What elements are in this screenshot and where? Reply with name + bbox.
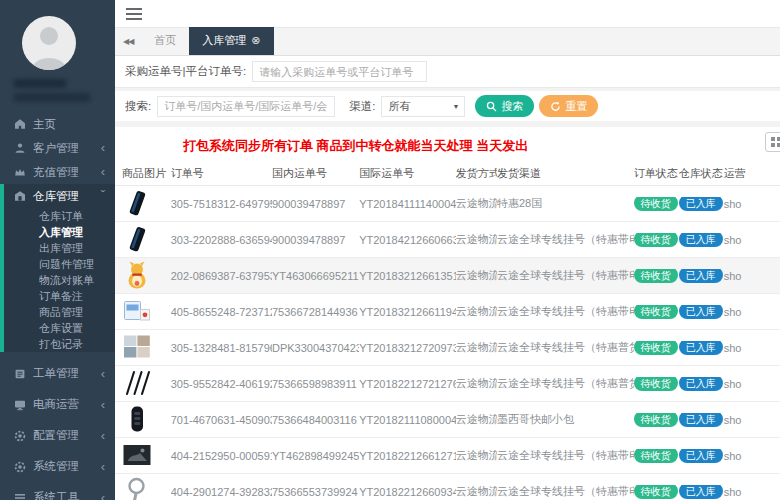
warehouse-status-badge: 已入库 — [679, 269, 723, 283]
domestic-waybill-cell: 900039478897 — [272, 234, 359, 246]
sidebar-subitem[interactable]: 出库管理 — [0, 240, 115, 256]
ship-method-cell: 云途物流 — [456, 232, 497, 247]
sidebar-item-label: 充值管理 — [33, 165, 79, 180]
user-silhouette-icon — [22, 16, 76, 70]
sidebar-menu: 主页客户管理‹充值管理‹仓库管理ˇ仓库订单入库管理出库管理问题件管理物流对账单订… — [0, 112, 115, 500]
chevron-down-icon: ˇ — [101, 191, 105, 201]
sidebar-item-label: 客户管理 — [33, 141, 79, 156]
search-label: 搜索: — [125, 99, 151, 114]
sidebar-subitem[interactable]: 订单备注 — [0, 288, 115, 304]
main-area: ◀◀ 首页入库管理⊗ 采购运单号|平台订单号: 搜索: 渠道: 所有 ▼ 搜索 — [115, 0, 780, 500]
home-icon — [14, 118, 26, 130]
reset-button[interactable]: 重置 — [539, 95, 598, 117]
search-button[interactable]: 搜索 — [475, 95, 534, 117]
sidebar-subitem[interactable]: 物流对账单 — [0, 272, 115, 288]
sidebar-item-8[interactable]: 系统工具‹ — [0, 482, 115, 500]
platform-cell: sho — [724, 450, 780, 462]
dark-photo-product[interactable] — [122, 440, 152, 470]
black-phone-product[interactable] — [122, 224, 152, 254]
refresh-icon — [550, 101, 561, 112]
lucky-cat-product[interactable] — [122, 260, 152, 290]
sidebar-subitem[interactable]: 打包记录 — [0, 336, 115, 352]
sidebar-subitem-active[interactable]: 入库管理 — [0, 224, 115, 240]
sidebar-toggle-icon[interactable] — [126, 8, 142, 20]
system-icon — [14, 461, 26, 473]
channel-select[interactable]: 所有 ▼ — [381, 96, 465, 117]
config-icon — [14, 430, 26, 442]
platform-cell: sho — [724, 306, 780, 318]
intl-waybill-cell: YT2018211108000463 — [359, 414, 456, 426]
sidebar-subitem[interactable]: 仓库设置 — [0, 320, 115, 336]
purchase-waybill-input[interactable] — [252, 61, 427, 82]
column-header-2: 国内运单号 — [272, 166, 359, 181]
sidebar-item-3[interactable]: 仓库管理ˇ — [0, 184, 115, 208]
intl-waybill-cell: YT2018221266127119 — [359, 450, 456, 462]
domestic-waybill-cell: 900039478897 — [272, 198, 359, 210]
order-no-cell: 305-7518312-6497952 — [171, 198, 272, 210]
ship-channel-cell: 云途全球专线挂号（特惠带电） — [497, 268, 634, 283]
table-settings-button[interactable] — [765, 132, 780, 152]
tab-label: 首页 — [154, 34, 176, 46]
sidebar-item-6[interactable]: 配置管理‹ — [0, 420, 115, 451]
sidebar-item-1[interactable]: 客户管理‹ — [0, 136, 115, 160]
sidebar-item-7[interactable]: 系统管理‹ — [0, 451, 115, 482]
photo-collage-product[interactable] — [122, 332, 152, 362]
ship-channel-cell: 特惠28国 — [497, 196, 634, 211]
tab-label: 入库管理 — [202, 33, 246, 48]
warehouse-status-badge: 已入库 — [679, 377, 723, 391]
table-header-row: 商品图片订单号国内运单号国际运单号发货方式发货渠道订单状态仓库状态运营 — [115, 161, 780, 186]
sidebar-item-label: 主页 — [33, 117, 56, 132]
order-status-badge: 待收货 — [634, 269, 678, 283]
sync-notice: 打包系统同步所有订单 商品到中转仓就能当天处理 当天发出 — [183, 137, 780, 155]
channel-select-value: 所有 — [388, 99, 410, 114]
purchase-filter-row: 采购运单号|平台订单号: — [115, 56, 780, 88]
tabs-scroll-left-icon[interactable]: ◀◀ — [115, 37, 141, 46]
warehouse-status-badge: 已入库 — [679, 233, 723, 247]
tab-0[interactable]: 首页 — [141, 27, 189, 55]
sidebar-item-label: 系统工具 — [33, 490, 79, 500]
domestic-waybill-cell: 75366598983911 — [272, 378, 359, 390]
column-header-4: 发货方式 — [456, 166, 497, 181]
search-input[interactable] — [157, 96, 335, 117]
platform-cell: sho — [724, 198, 780, 210]
black-keyfob-product[interactable] — [122, 404, 152, 434]
column-header-7: 仓库状态 — [679, 166, 724, 181]
intl-waybill-cell: YT2018411114000469 — [359, 198, 456, 210]
table-row: 701-4670631-4509033 75366484003116 YT201… — [115, 402, 780, 438]
table-row: 404-2901274-3928327 75366553739924 YT201… — [115, 474, 780, 500]
sidebar-subitem[interactable]: 商品管理 — [0, 304, 115, 320]
black-phone-product[interactable] — [122, 188, 152, 218]
sidebar-item-5[interactable]: 电商运营‹ — [0, 389, 115, 420]
table-row: 303-2202888-6365943 900039478897 YT20184… — [115, 222, 780, 258]
ship-method-cell: 云途物流 — [456, 340, 497, 355]
ship-channel-cell: 墨西哥快邮小包 — [497, 412, 634, 427]
tab-1-active[interactable]: 入库管理⊗ — [189, 27, 273, 55]
order-status-badge: 待收货 — [634, 341, 678, 355]
loupe-product[interactable] — [122, 476, 152, 500]
chevron-down-icon: ▼ — [452, 103, 459, 110]
column-header-8: 运营 — [724, 166, 780, 181]
tab-close-icon[interactable]: ⊗ — [251, 34, 260, 47]
purchase-filter-label: 采购运单号|平台订单号: — [125, 64, 246, 79]
ship-channel-cell: 云途全球专线挂号（特惠带电） — [497, 304, 634, 319]
domestic-waybill-cell: DPK330043704233 — [272, 342, 359, 354]
sidebar-subitem[interactable]: 仓库订单 — [0, 208, 115, 224]
order-no-cell: 404-2901274-3928327 — [171, 486, 272, 498]
ship-method-cell: 云途物流 — [456, 412, 497, 427]
table-row: 405-8655248-7237124 75366728144936 YT201… — [115, 294, 780, 330]
sidebar-subitem[interactable]: 问题件管理 — [0, 256, 115, 272]
order-no-cell: 303-2202888-6365943 — [171, 234, 272, 246]
column-header-3: 国际运单号 — [359, 166, 456, 181]
ship-method-cell: 云途物流 — [456, 448, 497, 463]
warehouse-status-badge: 已入库 — [679, 413, 723, 427]
sidebar-item-4[interactable]: 工单管理‹ — [0, 358, 115, 389]
domestic-waybill-cell: YT4628984992455 — [272, 450, 359, 462]
domestic-waybill-cell: 75366553739924 — [272, 486, 359, 498]
table-row: 305-7518312-6497952 900039478897 YT20184… — [115, 186, 780, 222]
sidebar-item-2[interactable]: 充值管理‹ — [0, 160, 115, 184]
grid-icon — [771, 137, 780, 147]
blue-box-product[interactable] — [122, 296, 152, 326]
customers-icon — [14, 142, 26, 154]
three-pens-product[interactable] — [122, 368, 152, 398]
sidebar-item-0[interactable]: 主页 — [0, 112, 115, 136]
